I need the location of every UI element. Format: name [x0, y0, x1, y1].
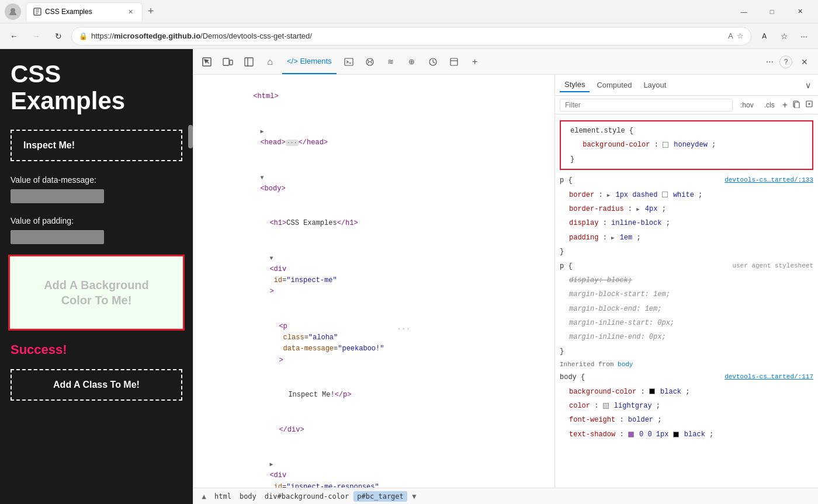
styles-tabs: Styles Computed Layout ∨: [555, 75, 818, 96]
color-swatch-shadow[interactable]: [628, 432, 634, 437]
breadcrumb-div-bg-color[interactable]: div#background-color: [261, 491, 353, 502]
p-ua-margin-block-start[interactable]: margin-block-start: 1em;: [555, 287, 818, 301]
html-line-p-aloha[interactable]: <p class="aloha" data-message="peekaboo!…: [193, 310, 554, 378]
padding-label: Value of padding:: [0, 208, 193, 228]
p-ua-margin-block-end[interactable]: margin-block-end: 1em;: [555, 302, 818, 316]
p-padding-prop[interactable]: padding : ▶ 1em ;: [555, 231, 818, 245]
padding-input[interactable]: [11, 230, 104, 244]
color-swatch-lightgray[interactable]: [603, 403, 609, 409]
breadcrumb-scroll-down[interactable]: ▼: [408, 492, 420, 500]
device-emulation-button[interactable]: [219, 53, 237, 71]
close-devtools-button[interactable]: ✕: [796, 53, 813, 71]
sidebar-toggle-button[interactable]: [240, 53, 258, 71]
sources-tab[interactable]: [361, 53, 379, 71]
forward-button[interactable]: →: [27, 27, 46, 46]
body-font-weight-prop[interactable]: font-weight : bolder ;: [555, 413, 818, 427]
recorder-tab[interactable]: ⊕: [403, 53, 421, 71]
html-line-body-open[interactable]: ▼ <body>: [193, 160, 554, 206]
p-ua-display-prop[interactable]: display: block;: [555, 273, 818, 287]
p-ua-display-strikethrough: display: block;: [569, 276, 632, 284]
element-style-selector: element.style {: [566, 124, 807, 138]
filter-input[interactable]: [560, 99, 733, 112]
breadcrumb-scroll-up[interactable]: ▲: [198, 492, 210, 500]
back-button[interactable]: ←: [5, 27, 23, 46]
help-button[interactable]: ?: [779, 55, 792, 68]
tabs-more-button[interactable]: ∨: [803, 81, 813, 90]
p-ua-margin-inline-start[interactable]: margin-inline-start: 0px;: [555, 316, 818, 330]
breadcrumb-p-bc-target[interactable]: p#bc_target: [353, 491, 407, 502]
elements-tab[interactable]: </> Elements: [282, 49, 337, 74]
active-tab[interactable]: CSS Examples ✕: [26, 2, 143, 21]
minimize-button[interactable]: —: [730, 2, 757, 21]
html-line-div-responses[interactable]: ▶ <div id="inspect-me-responses" >···</d…: [193, 447, 554, 488]
more-menu-button[interactable]: ···: [795, 27, 813, 46]
url-suffix: /Demos/devtools-css-get-started/: [200, 32, 312, 40]
html-line-div-inspect[interactable]: ▼ <div id="inspect-me" >: [193, 241, 554, 310]
inspect-me-box[interactable]: Inspect Me!: [11, 130, 182, 161]
color-swatch-honeydew[interactable]: [663, 142, 668, 148]
export-button[interactable]: [805, 100, 813, 110]
data-message-input[interactable]: [11, 189, 104, 203]
website-panel: CSS Examples Inspect Me! Value of data-m…: [0, 49, 193, 504]
favorites-icon[interactable]: ☆: [737, 32, 744, 40]
home-button[interactable]: ⌂: [261, 53, 279, 71]
body-color-prop[interactable]: color : lightgray ;: [555, 399, 818, 413]
address-text: https://microsoftedge.github.io/Demos/de…: [91, 32, 725, 40]
console-tab[interactable]: [340, 53, 358, 71]
read-aloud-icon[interactable]: 𝖠: [755, 27, 774, 46]
reader-icon[interactable]: 𝖠: [728, 32, 733, 40]
html-line-head[interactable]: ▶ <head>···</head>: [193, 114, 554, 161]
html-line-html[interactable]: <html>: [193, 79, 554, 114]
p-rule-close: }: [555, 245, 818, 259]
color-swatch-white[interactable]: [662, 192, 668, 197]
breadcrumb-html[interactable]: html: [211, 491, 235, 502]
profile-icon[interactable]: [5, 4, 21, 20]
close-button[interactable]: ✕: [786, 2, 813, 21]
new-style-rule-button[interactable]: [792, 100, 800, 110]
computed-tab[interactable]: Computed: [592, 78, 636, 92]
inspect-element-button[interactable]: [198, 53, 216, 71]
application-tab[interactable]: [445, 53, 463, 71]
styles-tab[interactable]: Styles: [560, 78, 590, 92]
p-border-radius-prop[interactable]: border-radius : ▶ 4px ;: [555, 202, 818, 216]
breadcrumb-body[interactable]: body: [236, 491, 260, 502]
html-line-inspect-me-text[interactable]: Inspect Me!</p>: [193, 378, 554, 413]
color-swatch-black2[interactable]: [673, 432, 679, 437]
layout-tab[interactable]: Layout: [639, 78, 671, 92]
p-ua-margin-inline-end[interactable]: margin-inline-end: 0px;: [555, 330, 818, 344]
refresh-button[interactable]: ↻: [49, 27, 68, 46]
site-title-line1: CSS: [11, 61, 182, 88]
p-rule-source-link[interactable]: devtools-cs…tarted/:133: [725, 175, 813, 186]
html-line-div-close-inspect[interactable]: </div>: [193, 412, 554, 447]
hover-pseudo-button[interactable]: :hov: [737, 99, 757, 111]
body-bg-color-prop[interactable]: background-color : black ;: [555, 385, 818, 399]
p-display-prop[interactable]: display : inline-block ;: [555, 216, 818, 230]
network-tab[interactable]: ≋: [382, 53, 400, 71]
address-bar[interactable]: 🔒 https://microsoftedge.github.io/Demos/…: [71, 27, 751, 46]
body-rule-source-link[interactable]: devtools-cs…tarted/:117: [725, 371, 813, 383]
p-border-prop[interactable]: border : ▶ 1px dashed white ;: [555, 188, 818, 202]
element-style-rule: element.style { background-color : honey…: [560, 120, 813, 170]
color-swatch-black[interactable]: [649, 388, 655, 394]
inherited-body-link[interactable]: body: [618, 361, 633, 368]
new-tab-button[interactable]: +: [143, 4, 159, 20]
svg-rect-4: [230, 60, 233, 65]
background-color-prop[interactable]: background-color : honeydew ;: [566, 138, 807, 152]
add-class-box[interactable]: Add A Class To Me!: [11, 369, 182, 401]
favorites-button[interactable]: ☆: [775, 27, 793, 46]
maximize-button[interactable]: □: [758, 2, 785, 21]
body-rule-selector: body { devtools-cs…tarted/:117: [555, 370, 818, 384]
devtools-content: ··· <html> ▶ <head>···</head> ▼ <body> <…: [193, 75, 818, 488]
cls-button[interactable]: .cls: [761, 99, 778, 111]
body-text-shadow-prop[interactable]: text-shadow : 0 0 1px black ;: [555, 427, 818, 442]
add-panel-button[interactable]: +: [466, 53, 484, 71]
more-tools-button[interactable]: ···: [764, 57, 776, 67]
bg-color-box[interactable]: Add A Background Color To Me!: [8, 255, 185, 331]
scroll-handle[interactable]: [188, 125, 193, 148]
html-line-h1[interactable]: <h1>CSS Examples</h1>: [193, 206, 554, 241]
performance-tab[interactable]: [424, 53, 442, 71]
success-text: Success!: [0, 336, 193, 363]
elements-tab-label: </> Elements: [287, 57, 332, 65]
add-style-rule-button[interactable]: +: [782, 100, 788, 110]
tab-close-button[interactable]: ✕: [126, 7, 135, 16]
